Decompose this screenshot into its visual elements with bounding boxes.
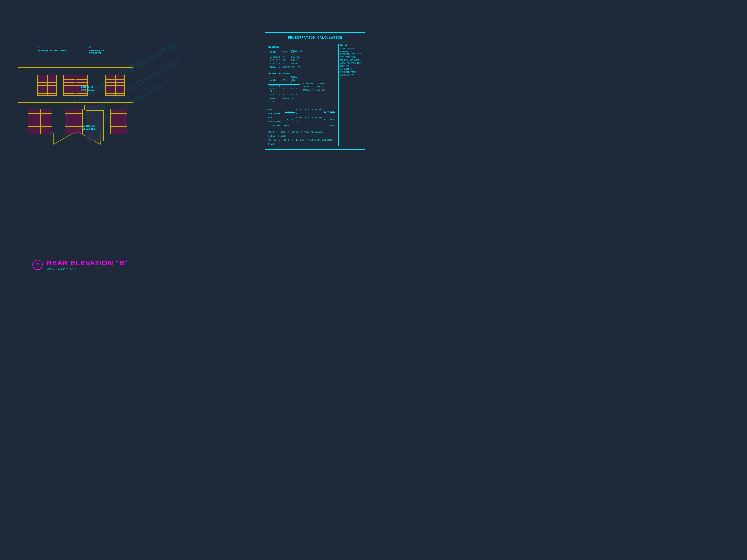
- windows-section-label: WINDOWS: [268, 45, 335, 48]
- door1-total: 33.3: [290, 85, 300, 93]
- win-lr-g1: [111, 113, 127, 114]
- wall-total-line: TOTAL WALL AREA = 2644: [268, 124, 335, 128]
- title-block: 4 REAR ELEVATION "B" SCALE: 3/16" = 1'-0…: [32, 259, 128, 270]
- win3-size: 2/8x4/0: [268, 62, 281, 65]
- wall-ceil-2: 8': [324, 118, 327, 122]
- title-text-block: REAR ELEVATION "B" SCALE: 3/16" = 1'-0": [47, 259, 128, 270]
- fc2: 347.15 / 2644 = 13.1 % = FENESTRATION TH…: [268, 138, 335, 146]
- win-ul-g3: [48, 79, 56, 79]
- win-ur-g5: [106, 90, 115, 90]
- wall-total-label: TOTAL WALL AREA =: [268, 124, 329, 128]
- label-siding-upper: SIDING ASSPECIFIED: [81, 86, 93, 92]
- window-row-1: 2/8x6/2 7 113.61: [268, 55, 309, 59]
- fc1: 2644 x 15% = 396.6 = MAX. ALLOWABLE FENE…: [268, 130, 335, 138]
- roof-outline: [18, 15, 133, 68]
- win-lcl-dh: [65, 122, 83, 122]
- architectural-drawing: CustomFloorPlans.com Not Licensed for Co…: [0, 0, 374, 280]
- win-lcl-g4: [66, 131, 82, 131]
- dcol-size: SIZE: [268, 76, 281, 85]
- doors-left: SIZE AMT. TOTAL SQ. FT. 3/0x6/8w/12" SL.…: [268, 76, 300, 103]
- win-ul-g5: [38, 90, 47, 90]
- note-column: NOTE: A MEC-CHECK REPORT IS REQUIRED ONL…: [338, 44, 362, 146]
- fenes-calc-1: 2644 x 15% = 396.6 = MAX. ALLOWABLE FENE…: [268, 130, 335, 138]
- fenes-divider-1: [268, 42, 362, 43]
- fenestration-table: FENESTRATION CALCULATION WINDOWS SIZE AM…: [265, 32, 365, 150]
- win-lr-dh: [110, 122, 128, 122]
- windows-table: SIZE AMT. TOTAL SQ. FT. 2/8x6/2 7 113.61…: [268, 49, 309, 65]
- win-lcl-g1: [66, 113, 82, 114]
- doors-total: TOTAL = 86.6 SQ. FT.: [268, 97, 300, 102]
- win-ur-g6: [106, 93, 115, 94]
- win2-amt: 10: [281, 59, 290, 62]
- col-total: TOTAL SQ. FT.: [290, 49, 309, 55]
- note-title: NOTE:: [340, 44, 362, 46]
- dcol-total: TOTAL SQ. FT.: [290, 76, 300, 85]
- col-amt: AMT.: [281, 49, 290, 55]
- win-lr-g2: [111, 118, 127, 118]
- wall-perim-1: WALL PERIMETER: [268, 108, 284, 116]
- win2-size: 2/8x5/2: [268, 59, 281, 62]
- door1-size: 3/0x6/8w/12" SL.: [268, 85, 281, 93]
- win-ll-g3: [41, 113, 52, 114]
- win-ll-g1: [28, 113, 40, 114]
- win1-size: 2/8x6/2: [268, 55, 281, 59]
- win1-total: 113.61: [290, 55, 309, 59]
- wall-calc-1: WALL PERIMETER 172'-0" X 1ST. FLR. CEILI…: [268, 108, 335, 116]
- window-row-2: 2/8x5/2 10 136.3: [268, 59, 309, 62]
- house-right-wall: [133, 68, 133, 139]
- doors-section-label: EXTERIOR DOORS: [268, 72, 335, 75]
- win-ll-dh: [28, 122, 52, 122]
- drawing-number-circle: 4: [32, 260, 43, 270]
- door-row-1: 3/0x6/8w/12" SL. 1 33.3: [268, 85, 300, 93]
- wall-ceil-1: 9': [324, 110, 327, 114]
- elevation-drawing: SHINGLES AS SPECIFIED ↙ SHINGLES ASSPECI…: [18, 15, 134, 144]
- win-ul-dh: [37, 85, 57, 86]
- win-ur-dh: [105, 85, 125, 86]
- wall-perim-2: WALL PERIMETER: [268, 116, 284, 124]
- summary-total: TOTAL = 347.15: [303, 89, 335, 91]
- doors-table: SIZE AMT. TOTAL SQ. FT. 3/0x6/8w/12" SL.…: [268, 76, 300, 96]
- win-ul-g8: [48, 93, 56, 94]
- win-uc-g6: [64, 93, 75, 94]
- win-lcl-g3: [66, 126, 82, 127]
- fenes-main-content: WINDOWS SIZE AMT. TOTAL SQ. FT. 2/8x6/2 …: [268, 44, 362, 146]
- win-ll-g4: [41, 118, 52, 118]
- wall-calcs: WALL PERIMETER 172'-0" X 1ST. FLR. CEILI…: [268, 108, 335, 146]
- siding-lower-arrow: ↙: [94, 128, 96, 131]
- note-text: A MEC-CHECK REPORT IS REQUIRED ONLY IF T…: [340, 47, 362, 77]
- wall-perim-2-text: X 2ND. FLR. CEILING HGT.: [296, 116, 323, 124]
- win-ur-g8: [116, 93, 125, 94]
- door2-total: 53.3: [290, 93, 300, 96]
- win-uc-g2: [64, 82, 75, 83]
- house-top-line: [18, 68, 133, 68]
- win3-total: 10.64: [290, 62, 309, 65]
- win1-amt: 7: [281, 55, 290, 59]
- wall-perim-2-val: 131'-0": [285, 118, 295, 122]
- win-ll-g8: [41, 131, 52, 131]
- floor-divider: [18, 102, 133, 103]
- win-ll-g6: [28, 131, 40, 131]
- wall-result-1: 1548: [330, 110, 335, 114]
- fenes-calc-2: 347.15 / 2644 = 13.1 % = FENESTRATION TH…: [268, 138, 335, 146]
- windows-total: TOTAL = 26055 SQ. FT.: [268, 66, 335, 69]
- fenes-title: FENESTRATION CALCULATION: [268, 36, 362, 39]
- win-ur-g1: [106, 79, 115, 80]
- win-ul-g7: [48, 90, 56, 90]
- wall-eq-1: =: [328, 110, 329, 114]
- drawing-title: REAR ELEVATION "B": [47, 259, 128, 267]
- win-ul-g2: [38, 82, 47, 83]
- wall-calc-2: WALL PERIMETER 131'-0" X 2ND. FLR. CEILI…: [268, 116, 335, 124]
- ext-doors-row: SIZE AMT. TOTAL SQ. FT. 3/0x6/8w/12" SL.…: [268, 76, 335, 103]
- win-lr-g3: [111, 126, 127, 127]
- wall-total-val: 2644: [330, 124, 335, 128]
- door-header: [84, 105, 105, 110]
- win-ul-g4: [48, 82, 56, 83]
- win-lr-g4: [111, 131, 127, 131]
- door1-amt: 1: [281, 85, 290, 93]
- fenes-left-column: WINDOWS SIZE AMT. TOTAL SQ. FT. 2/8x6/2 …: [268, 44, 335, 146]
- fenes-divider-3: [268, 105, 335, 105]
- win-uc-g3: [76, 79, 87, 80]
- win-uc-g4: [76, 82, 87, 83]
- wall-perim-1-val: 172'-0": [285, 110, 295, 114]
- drawing-number: 4: [36, 262, 39, 267]
